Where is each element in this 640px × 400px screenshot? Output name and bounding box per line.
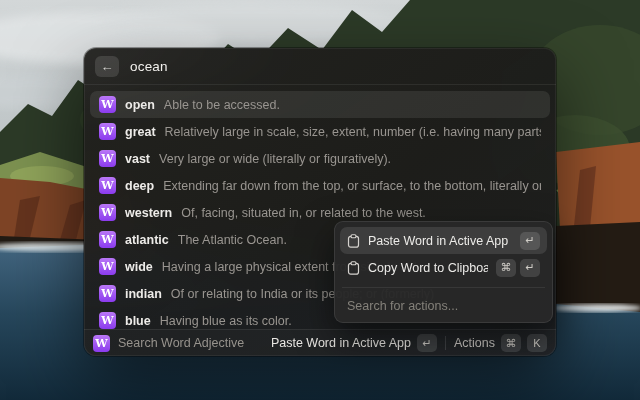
primary-action-label: Paste Word in Active App xyxy=(271,336,411,350)
result-word: blue xyxy=(125,314,151,328)
actions-label: Actions xyxy=(454,336,495,350)
action-item-shortcut: ↵ xyxy=(520,232,540,250)
word-extension-icon: W xyxy=(99,258,116,275)
word-extension-icon: W xyxy=(99,150,116,167)
result-description: Relatively large in scale, size, extent,… xyxy=(165,125,541,139)
result-word: atlantic xyxy=(125,233,169,247)
result-description: Able to be accessed. xyxy=(164,98,541,112)
action-panel: Paste Word in Active App ↵ Copy Word to … xyxy=(334,221,553,323)
word-extension-icon: W xyxy=(99,285,116,302)
word-extension-icon: W xyxy=(99,177,116,194)
action-search-input[interactable]: Search for actions... xyxy=(340,294,547,317)
action-item-label: Paste Word in Active App xyxy=(368,234,512,248)
action-item-shortcut: ⌘↵ xyxy=(496,259,540,277)
word-extension-icon: W xyxy=(99,96,116,113)
extension-name: Search Word Adjective xyxy=(118,336,244,350)
action-menu-item[interactable]: Copy Word to Clipboard ⌘↵ xyxy=(340,254,547,281)
action-panel-divider xyxy=(342,287,545,288)
screen: ← ocean W open Able to be accessed. W gr… xyxy=(0,0,640,400)
clipboard-icon xyxy=(347,261,360,275)
search-input[interactable]: ocean xyxy=(130,59,168,74)
result-description: Extending far down from the top, or surf… xyxy=(163,179,541,193)
action-item-label: Copy Word to Clipboard xyxy=(368,261,488,275)
k-key-badge: K xyxy=(527,334,547,352)
result-row[interactable]: W deep Extending far down from the top, … xyxy=(90,172,550,199)
result-word: western xyxy=(125,206,172,220)
result-description: Of, facing, situated in, or related to t… xyxy=(181,206,541,220)
result-row[interactable]: W vast Very large or wide (literally or … xyxy=(90,145,550,172)
word-extension-icon: W xyxy=(99,204,116,221)
result-row[interactable]: W great Relatively large in scale, size,… xyxy=(90,118,550,145)
word-extension-icon: W xyxy=(99,312,116,329)
result-word: great xyxy=(125,125,156,139)
result-word: deep xyxy=(125,179,154,193)
return-key-badge: ↵ xyxy=(417,334,437,352)
command-key-badge: ⌘ xyxy=(501,334,521,352)
action-menu-item[interactable]: Paste Word in Active App ↵ xyxy=(340,227,547,254)
result-word: vast xyxy=(125,152,150,166)
word-extension-icon: W xyxy=(99,231,116,248)
shortcut-key-badge: ⌘ xyxy=(496,259,516,277)
actions-button[interactable]: Actions ⌘ K xyxy=(454,334,547,352)
shortcut-key-badge: ↵ xyxy=(520,232,540,250)
word-extension-icon: W xyxy=(99,123,116,140)
result-word: indian xyxy=(125,287,162,301)
status-bar-left: W Search Word Adjective xyxy=(93,335,244,352)
action-panel-items: Paste Word in Active App ↵ Copy Word to … xyxy=(340,227,547,281)
result-description: Very large or wide (literally or figurat… xyxy=(159,152,541,166)
back-arrow-icon: ← xyxy=(101,59,114,74)
result-row[interactable]: W open Able to be accessed. xyxy=(90,91,550,118)
back-button[interactable]: ← xyxy=(95,56,119,77)
status-bar: W Search Word Adjective Paste Word in Ac… xyxy=(84,329,556,356)
search-header: ← ocean xyxy=(84,48,556,85)
result-word: wide xyxy=(125,260,153,274)
status-bar-right: Paste Word in Active App ↵ Actions ⌘ K xyxy=(271,334,547,352)
result-word: open xyxy=(125,98,155,112)
status-bar-separator xyxy=(445,336,446,350)
clipboard-icon xyxy=(347,234,360,248)
extension-icon: W xyxy=(93,335,110,352)
primary-action-button[interactable]: Paste Word in Active App ↵ xyxy=(271,334,437,352)
launcher-window: ← ocean W open Able to be accessed. W gr… xyxy=(84,48,556,356)
shortcut-key-badge: ↵ xyxy=(520,259,540,277)
